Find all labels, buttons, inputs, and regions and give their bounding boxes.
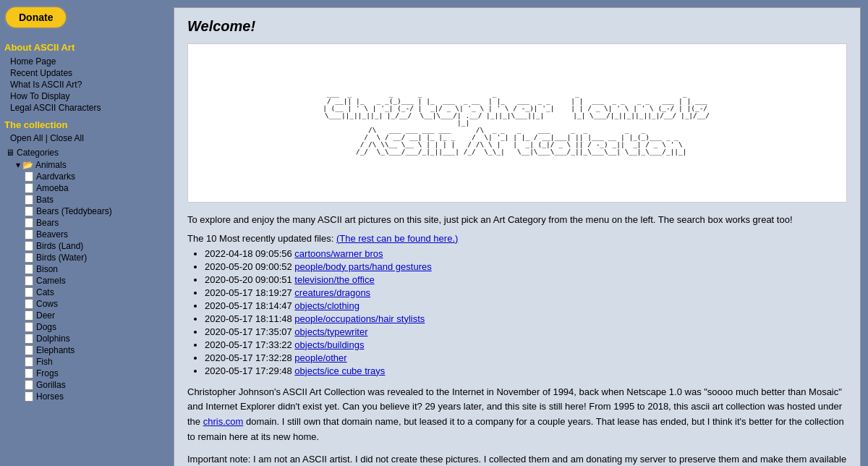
animal-link-birds-land[interactable]: Birds (Land): [36, 241, 83, 251]
animal-link-elephants[interactable]: Elephants: [36, 345, 75, 355]
animal-link-bison[interactable]: Bison: [36, 264, 58, 274]
sidebar-link-home[interactable]: Home Page: [4, 56, 162, 67]
list-item: 2020-05-20 09:00:52 people/body parts/ha…: [205, 261, 847, 272]
list-item: 2020-05-17 18:19:27 creatures/dragons: [205, 287, 847, 298]
categories-label: Categories: [17, 148, 59, 158]
file-icon: [25, 171, 33, 182]
about-text-1b: domain. I still own that domain name, bu…: [187, 416, 844, 442]
date-text: 2020-05-17 18:14:47: [205, 300, 292, 311]
animal-link-fish[interactable]: Fish: [36, 357, 53, 367]
tree-item: Elephants: [9, 344, 162, 356]
tree-item: Cats: [9, 287, 162, 298]
tree-item: Birds (Land): [9, 240, 162, 252]
tree-item: Bears: [9, 217, 162, 229]
about-text-2a: Important note: I am not an ASCII artist…: [187, 454, 846, 466]
list-item: 2020-05-17 18:14:47 objects/clothing: [205, 300, 847, 311]
animal-link-cows[interactable]: Cows: [36, 299, 58, 309]
tree-item: Bats: [9, 194, 162, 206]
about-paragraph-1: Christopher Johnson's ASCII Art Collecti…: [187, 385, 847, 445]
animals-label: Animals: [35, 160, 67, 170]
tree-folder-animals[interactable]: ▾ 📂 Animals: [9, 159, 162, 171]
recent-link-5[interactable]: people/occupations/hair stylists: [294, 313, 425, 324]
open-all-link[interactable]: Open All: [10, 133, 43, 143]
file-icon: [25, 310, 33, 321]
tree-item: Cows: [9, 298, 162, 310]
recent-link-0[interactable]: cartoons/warner bros: [294, 248, 383, 259]
date-text: 2020-05-20 09:00:51: [205, 274, 292, 285]
recent-link-2[interactable]: television/the office: [294, 274, 374, 285]
tree-item: Deer: [9, 310, 162, 321]
animal-link-bats[interactable]: Bats: [36, 195, 54, 205]
tree-item: Dogs: [9, 321, 162, 333]
sidebar-link-what-is[interactable]: What Is ASCII Art?: [4, 79, 162, 90]
date-text: 2020-05-17 17:35:07: [205, 326, 292, 337]
list-item: 2020-05-17 17:33:22 objects/buildings: [205, 339, 847, 350]
animal-link-dogs[interactable]: Dogs: [36, 322, 56, 332]
animal-link-camels[interactable]: Camels: [36, 276, 66, 286]
recent-link-3[interactable]: creatures/dragons: [294, 287, 370, 298]
ascii-banner: ___ _ _ _ _ _ _ / __|| |_ _ _(_)___ | |_…: [187, 43, 847, 203]
welcome-title: Welcome!: [187, 18, 847, 35]
tree-item: Bison: [9, 263, 162, 275]
chris-link[interactable]: chris.com: [203, 416, 244, 427]
file-icon: [25, 276, 33, 286]
tree-item: Camels: [9, 275, 162, 287]
file-icon: [25, 253, 33, 263]
folder-icon: 📂: [22, 160, 33, 170]
tree-item: Fish: [9, 356, 162, 368]
list-item: 2020-05-17 17:35:07 objects/typewriter: [205, 326, 847, 337]
recent-link-7[interactable]: objects/buildings: [294, 339, 364, 350]
sidebar-link-recent-updates[interactable]: Recent Updates: [4, 67, 162, 79]
sidebar-link-how-to[interactable]: How To Display: [4, 90, 162, 102]
animal-link-bears-teddybears[interactable]: Bears (Teddybears): [36, 206, 112, 216]
animal-link-gorillas[interactable]: Gorillas: [36, 380, 66, 390]
file-icon: [25, 183, 33, 193]
date-text: 2020-05-20 09:00:52: [205, 261, 292, 272]
recent-title: The 10 Most recently updated files: (The…: [187, 233, 847, 244]
list-item: 2022-04-18 09:05:56 cartoons/warner bros: [205, 248, 847, 259]
date-text: 2020-05-17 18:19:27: [205, 287, 292, 298]
sidebar-link-legal[interactable]: Legal ASCII Characters: [4, 102, 162, 114]
tree-root-categories[interactable]: 🖥 Categories: [4, 146, 162, 159]
date-text: 2022-04-18 09:05:56: [205, 248, 292, 259]
animal-link-deer[interactable]: Deer: [36, 310, 55, 321]
file-icon: [25, 206, 33, 216]
animal-link-frogs[interactable]: Frogs: [36, 368, 59, 378]
file-icon: [25, 195, 33, 205]
open-close-links: Open All | Close All: [4, 133, 162, 143]
main-inner: Welcome! ___ _ _ _ _ _ _ / __|| |_ _ _(_…: [174, 7, 861, 466]
recent-list: 2022-04-18 09:05:56 cartoons/warner bros…: [205, 248, 847, 376]
tree-item: Birds (Water): [9, 252, 162, 263]
recent-link-9[interactable]: objects/ice cube trays: [294, 365, 385, 376]
tree-item: Horses: [9, 391, 162, 402]
animal-link-beavers[interactable]: Beavers: [36, 229, 68, 240]
tree-item: Bears (Teddybears): [9, 206, 162, 217]
recent-link-4[interactable]: objects/clothing: [294, 300, 359, 311]
file-icon: [25, 322, 33, 332]
animal-link-birds-water[interactable]: Birds (Water): [36, 253, 87, 263]
recent-link-1[interactable]: people/body parts/hand gestures: [294, 261, 431, 272]
file-icon: [25, 218, 33, 228]
rest-link[interactable]: (The rest can be found here.): [336, 233, 458, 244]
sidebar: Donate About ASCII Art Home Page Recent …: [0, 0, 166, 466]
tree-item: Dolphins: [9, 333, 162, 344]
animal-link-cats[interactable]: Cats: [36, 287, 54, 297]
animal-link-amoeba[interactable]: Amoeba: [36, 183, 69, 193]
donate-button[interactable]: Donate: [4, 6, 67, 29]
recent-link-6[interactable]: objects/typewriter: [294, 326, 367, 337]
about-paragraph-2: Important note: I am not an ASCII artist…: [187, 452, 847, 466]
animal-link-dolphins[interactable]: Dolphins: [36, 334, 70, 344]
date-text: 2020-05-17 17:32:28: [205, 352, 292, 363]
animal-link-aardvarks[interactable]: Aardvarks: [36, 171, 75, 182]
ascii-art: ___ _ _ _ _ _ _ / __|| |_ _ _(_)___ | |_…: [317, 90, 718, 156]
recent-link-8[interactable]: people/other: [294, 352, 346, 363]
animal-link-horses[interactable]: Horses: [36, 391, 64, 402]
expand-icon: ▾: [16, 160, 20, 170]
file-icon: [25, 345, 33, 355]
animal-link-bears[interactable]: Bears: [36, 218, 59, 228]
tree-item: Beavers: [9, 229, 162, 240]
file-icon: [25, 391, 33, 402]
list-item: 2020-05-17 18:11:48 people/occupations/h…: [205, 313, 847, 324]
close-all-link[interactable]: Close All: [50, 133, 84, 143]
tree-item: Aardvarks: [9, 171, 162, 182]
